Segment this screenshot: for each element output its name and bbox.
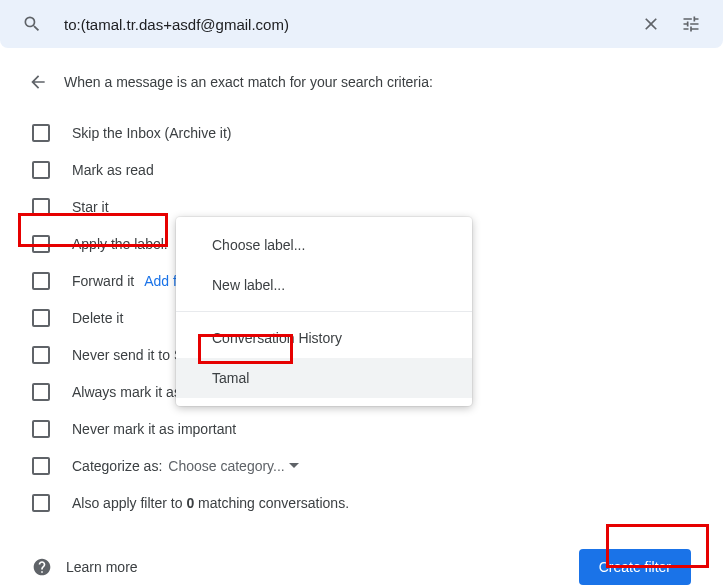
category-dropdown[interactable]: Choose category... xyxy=(168,458,298,474)
menu-choose-label[interactable]: Choose label... xyxy=(176,225,472,265)
filter-header: When a message is an exact match for you… xyxy=(64,74,433,90)
back-icon[interactable] xyxy=(28,72,48,92)
checkbox-icon[interactable] xyxy=(32,420,50,438)
option-also-apply[interactable]: Also apply filter to 0 matching conversa… xyxy=(28,484,695,521)
menu-tamal[interactable]: Tamal xyxy=(176,358,472,398)
checkbox-icon[interactable] xyxy=(32,309,50,327)
learn-more-label: Learn more xyxy=(66,559,138,575)
option-mark-read[interactable]: Mark as read xyxy=(28,151,695,188)
option-label: Apply the label: xyxy=(72,236,168,252)
help-icon xyxy=(32,557,52,577)
checkbox-icon[interactable] xyxy=(32,383,50,401)
option-categorize[interactable]: Categorize as: Choose category... xyxy=(28,447,695,484)
label-menu: Choose label... New label... Conversatio… xyxy=(176,217,472,406)
checkbox-icon[interactable] xyxy=(32,124,50,142)
checkbox-icon[interactable] xyxy=(32,198,50,216)
checkbox-icon[interactable] xyxy=(32,161,50,179)
option-label: Also apply filter to 0 matching conversa… xyxy=(72,495,349,511)
checkbox-icon[interactable] xyxy=(32,272,50,290)
option-skip-inbox[interactable]: Skip the Inbox (Archive it) xyxy=(28,114,695,151)
clear-icon[interactable] xyxy=(631,4,671,44)
search-bar xyxy=(0,0,723,48)
menu-conversation-history[interactable]: Conversation History xyxy=(176,318,472,358)
option-label: Mark as read xyxy=(72,162,154,178)
option-label: Skip the Inbox (Archive it) xyxy=(72,125,232,141)
learn-more-link[interactable]: Learn more xyxy=(32,557,138,577)
checkbox-icon[interactable] xyxy=(32,457,50,475)
option-label: Never mark it as important xyxy=(72,421,236,437)
option-label: Delete it xyxy=(72,310,123,326)
checkbox-icon[interactable] xyxy=(32,494,50,512)
search-icon[interactable] xyxy=(12,4,52,44)
option-label: Categorize as: xyxy=(72,458,162,474)
search-input[interactable] xyxy=(52,16,631,33)
option-label: Star it xyxy=(72,199,109,215)
create-filter-button[interactable]: Create filter xyxy=(579,549,691,585)
menu-new-label[interactable]: New label... xyxy=(176,265,472,305)
checkbox-icon[interactable] xyxy=(32,235,50,253)
option-never-important[interactable]: Never mark it as important xyxy=(28,410,695,447)
menu-divider xyxy=(176,311,472,312)
checkbox-icon[interactable] xyxy=(32,346,50,364)
tune-icon[interactable] xyxy=(671,4,711,44)
option-label: Forward it xyxy=(72,273,134,289)
